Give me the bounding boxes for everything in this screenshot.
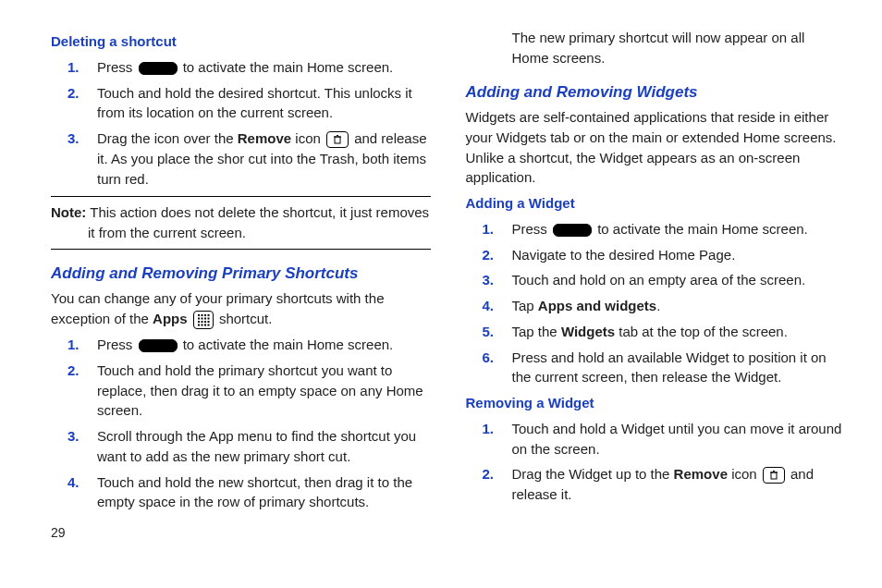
- svg-rect-18: [207, 325, 209, 326]
- step-number: 6.: [483, 348, 495, 368]
- svg-rect-8: [201, 318, 202, 320]
- step-text: Press and hold an available Widget to po…: [512, 349, 827, 386]
- step-number: 2.: [67, 361, 80, 381]
- step-text: Scroll through the App menu to find the …: [97, 428, 416, 464]
- bold-text: Apps: [153, 311, 188, 326]
- list-item: 1. Press to activate the main Home scree…: [51, 57, 431, 78]
- step-text: to activate the main Home screen.: [179, 337, 394, 352]
- svg-rect-7: [198, 318, 200, 320]
- list-item: 6. Press and hold an available Widget to…: [466, 348, 846, 388]
- home-button-icon: [139, 339, 178, 352]
- step-text: Touch and hold the primary shortcut you …: [97, 362, 423, 419]
- bold-text: Remove: [238, 130, 291, 146]
- step-number: 2.: [483, 245, 495, 265]
- paragraph: You can change any of your primary short…: [51, 288, 431, 329]
- step-text: Touch and hold the new shortcut, then dr…: [97, 474, 412, 510]
- list-item: 3. Drag the icon over the Remove icon an…: [51, 129, 431, 189]
- note-text: Note: This action does not delete the sh…: [51, 202, 431, 243]
- svg-rect-0: [335, 137, 340, 143]
- step-text: icon: [728, 466, 761, 482]
- bold-text: Apps and widgets: [538, 298, 656, 313]
- list-item: 5. Tap the Widgets tab at the top of the…: [466, 322, 846, 342]
- intro-text: shortcut.: [215, 311, 273, 326]
- list-item: 1. Press to activate the main Home scree…: [51, 335, 431, 355]
- list-item: 4. Tap Apps and widgets.: [466, 296, 846, 316]
- svg-rect-3: [198, 314, 200, 316]
- svg-rect-11: [198, 321, 200, 323]
- heading-removing-widget: Removing a Widget: [466, 393, 846, 413]
- heading-primary-shortcuts: Adding and Removing Primary Shortcuts: [51, 263, 431, 286]
- page-number: 29: [51, 523, 431, 542]
- step-text: Press: [97, 59, 137, 75]
- svg-rect-10: [207, 318, 209, 320]
- step-text: Touch and hold a Widget until you can mo…: [512, 421, 842, 457]
- step-number: 5.: [483, 322, 495, 342]
- step-text: Press: [97, 337, 137, 352]
- step-text: Tap the: [512, 324, 561, 339]
- list-item: 1. Press to activate the main Home scree…: [466, 219, 846, 239]
- list-item: 2. Drag the Widget up to the Remove icon…: [466, 464, 846, 505]
- svg-rect-16: [201, 325, 202, 326]
- list-item: 2. Touch and hold the desired shortcut. …: [51, 83, 431, 124]
- intro-text: [188, 311, 191, 326]
- heading-adding-widget: Adding a Widget: [466, 193, 846, 214]
- trash-icon: [763, 467, 785, 484]
- note-label: Note:: [51, 204, 86, 220]
- manual-page: Deleting a shortcut 1. Press to activate…: [0, 0, 882, 588]
- divider: [51, 249, 431, 250]
- list-deleting-shortcut: 1. Press to activate the main Home scree…: [51, 57, 431, 190]
- note-body: This action does not delete the shortcut…: [86, 204, 429, 240]
- svg-rect-4: [201, 314, 202, 316]
- list-item: 1. Touch and hold a Widget until you can…: [466, 419, 846, 459]
- step-text: Press: [512, 221, 552, 237]
- apps-grid-icon: [193, 311, 214, 329]
- list-primary-shortcuts: 1. Press to activate the main Home scree…: [51, 335, 431, 512]
- svg-rect-14: [207, 321, 209, 323]
- step-text: Touch and hold the desired shortcut. Thi…: [97, 85, 412, 121]
- note-block: Note: This action does not delete the sh…: [51, 196, 431, 250]
- heading-widgets: Adding and Removing Widgets: [466, 81, 846, 104]
- list-item: 2. Touch and hold the primary shortcut y…: [51, 361, 431, 421]
- step-text: icon: [291, 130, 325, 146]
- step-number: 2.: [483, 464, 495, 484]
- step-number: 1.: [483, 219, 495, 239]
- bold-text: Remove: [674, 466, 728, 482]
- trash-icon: [326, 131, 349, 148]
- step-text: Drag the Widget up to the: [512, 466, 674, 482]
- paragraph-continuation: The new primary shortcut will now appear…: [466, 28, 846, 68]
- heading-deleting-shortcut: Deleting a shortcut: [51, 31, 431, 52]
- svg-rect-6: [207, 314, 209, 316]
- step-text: to activate the main Home screen.: [179, 59, 394, 75]
- list-item: 4. Touch and hold the new shortcut, then…: [51, 472, 431, 513]
- step-number: 3.: [67, 129, 80, 149]
- paragraph: Widgets are self-contained applications …: [466, 107, 846, 188]
- step-text: Tap: [512, 298, 538, 313]
- step-text: Navigate to the desired Home Page.: [512, 247, 736, 263]
- svg-rect-12: [201, 321, 202, 323]
- list-removing-widget: 1. Touch and hold a Widget until you can…: [466, 419, 846, 505]
- divider: [51, 196, 431, 197]
- step-text: to activate the main Home screen.: [594, 221, 808, 237]
- svg-rect-5: [204, 314, 206, 316]
- step-number: 2.: [67, 83, 80, 104]
- step-number: 4.: [67, 472, 80, 493]
- step-text: Drag the icon over the: [97, 130, 238, 146]
- list-item: 3. Touch and hold on an empty area of th…: [466, 270, 846, 290]
- step-number: 3.: [483, 270, 495, 290]
- step-number: 3.: [67, 426, 80, 447]
- step-text: Touch and hold on an empty area of the s…: [512, 272, 806, 288]
- svg-rect-17: [204, 325, 206, 326]
- svg-rect-19: [771, 472, 777, 479]
- home-button-icon: [553, 224, 592, 237]
- step-number: 1.: [67, 57, 80, 78]
- svg-rect-15: [198, 325, 200, 326]
- svg-rect-9: [204, 318, 206, 320]
- step-number: 1.: [67, 335, 80, 355]
- list-item: 2. Navigate to the desired Home Page.: [466, 245, 846, 265]
- svg-rect-13: [204, 321, 206, 323]
- bold-text: Widgets: [561, 324, 615, 339]
- step-text: tab at the top of the screen.: [615, 324, 788, 339]
- step-text: .: [656, 298, 660, 313]
- list-adding-widget: 1. Press to activate the main Home scree…: [466, 219, 846, 387]
- step-number: 1.: [483, 419, 495, 439]
